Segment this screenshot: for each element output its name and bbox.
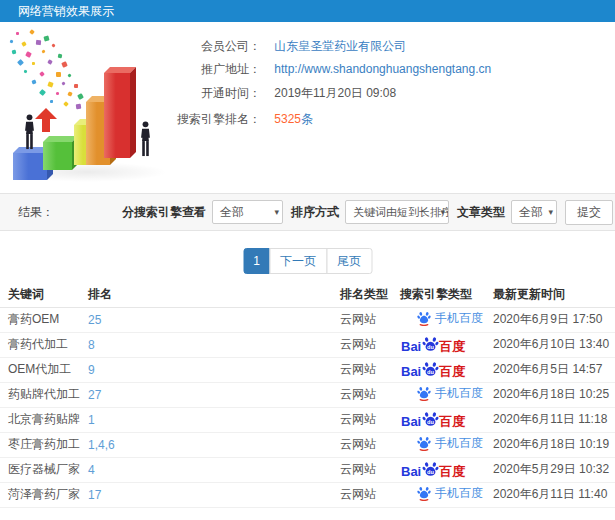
- 3d-bar: [43, 142, 72, 170]
- titlebar: 网络营销效果展示: [0, 0, 615, 22]
- engine-select[interactable]: 全部 ▾: [212, 200, 283, 224]
- rank-type-cell: 云网站: [332, 357, 392, 382]
- confetti-dot: [61, 81, 65, 85]
- caret-down-icon: ▾: [274, 201, 279, 223]
- mobile-baidu-icon: [417, 385, 431, 401]
- arrow-head: [35, 108, 57, 119]
- baidu-logo-cn: 百度: [439, 464, 465, 479]
- updated-cell: 2020年6月10日 13:40: [485, 332, 615, 357]
- engine-cell: Bai du 百度: [392, 407, 485, 432]
- baidu-logo-bai: Bai: [401, 464, 421, 479]
- baidu-logo-bai: Bai: [401, 339, 421, 354]
- submit-button[interactable]: 提交: [565, 200, 613, 225]
- baidu-paw-icon: du: [422, 335, 439, 354]
- baidu-engine-logo[interactable]: Bai du 百度: [401, 460, 465, 479]
- engine-label: 手机百度: [435, 310, 483, 327]
- rank-cell: 9: [80, 357, 332, 382]
- promo-url-link[interactable]: http://www.shandonghuangshengtang.cn: [274, 62, 491, 76]
- confetti-dot: [24, 70, 28, 74]
- mobile-baidu-engine[interactable]: 手机百度: [417, 435, 483, 452]
- next-page-button[interactable]: 下一页: [269, 248, 327, 274]
- arrow-stem: [42, 119, 50, 132]
- confetti-dot: [43, 35, 49, 41]
- rank-link[interactable]: 25: [88, 313, 101, 327]
- rank-cell: 27: [80, 382, 332, 407]
- member-company-row: 会员公司： 山东皇圣堂药业有限公司: [175, 36, 406, 56]
- confetti-dot: [39, 89, 46, 96]
- keyword-cell: 医疗器械厂家: [0, 457, 80, 482]
- col-header-rank-type: 排名类型: [332, 283, 392, 307]
- pagination: 1 下一页 尾页: [243, 248, 372, 274]
- confetti-dot: [76, 104, 82, 110]
- updated-cell: 2020年6月18日 10:25: [485, 382, 615, 407]
- businessman-figure-left: [22, 109, 37, 155]
- keyword-cell: 膏药代加工: [0, 332, 80, 357]
- confetti-dot: [61, 61, 68, 68]
- baidu-engine-logo[interactable]: Bai du 百度: [401, 335, 465, 354]
- confetti-dot: [29, 29, 35, 35]
- confetti-dot: [67, 91, 72, 96]
- mobile-baidu-engine[interactable]: 手机百度: [417, 385, 483, 402]
- rank-link[interactable]: 27: [88, 388, 101, 402]
- member-company-label: 会员公司：: [175, 36, 261, 56]
- article-type-select-value: 全部: [519, 205, 543, 219]
- article-type-select[interactable]: 全部 ▾: [511, 200, 557, 224]
- updated-cell: 2020年6月5日 14:57: [485, 357, 615, 382]
- bar-chart-illustration: [4, 30, 184, 185]
- keyword-cell: 膏药OEM: [0, 307, 80, 332]
- confetti-dot: [47, 81, 53, 87]
- rank-cell: 4: [80, 457, 332, 482]
- engine-label: 手机百度: [435, 435, 483, 452]
- mobile-baidu-engine[interactable]: 手机百度: [417, 485, 483, 502]
- growth-arrow-icon: [35, 108, 57, 132]
- ranking-count-suffix[interactable]: 条: [301, 112, 313, 126]
- updated-cell: 2020年6月11日 11:40: [485, 482, 615, 507]
- member-company-link[interactable]: 山东皇圣堂药业有限公司: [274, 39, 406, 53]
- confetti-dot: [25, 51, 32, 58]
- rank-link[interactable]: 1,4,6: [88, 438, 115, 452]
- rank-link[interactable]: 4: [88, 463, 95, 477]
- confetti-dot: [16, 32, 19, 35]
- rank-link[interactable]: 8: [88, 338, 95, 352]
- rank-type-cell: 云网站: [332, 332, 392, 357]
- engine-cell: 手机百度: [392, 482, 485, 507]
- filter-bar: 结果： 分搜索引擎查看 全部 ▾ 排序方式 关键词由短到长排序 ▾ 文章类型 全…: [0, 193, 615, 231]
- mobile-baidu-icon: [417, 485, 431, 501]
- open-time-label: 开通时间：: [175, 83, 261, 103]
- confetti-dot: [21, 41, 27, 47]
- table-row: 医疗器械厂家 4 云网站 Bai du 百度 2020年5月29日 10:32: [0, 457, 615, 482]
- ranking-count-value: 5325: [274, 112, 301, 126]
- baidu-logo-cn: 百度: [439, 414, 465, 429]
- confetti-dot: [41, 49, 45, 53]
- app-window: 网络营销效果展示: [0, 0, 615, 520]
- mobile-baidu-icon: [417, 310, 431, 326]
- rank-type-cell: 云网站: [332, 432, 392, 457]
- businessman-figure-right: [138, 115, 153, 163]
- confetti-dot: [50, 100, 53, 103]
- result-label: 结果：: [18, 204, 54, 221]
- confetti-dot: [12, 50, 17, 55]
- rank-link[interactable]: 1: [88, 413, 95, 427]
- keyword-cell: 药贴牌代加工: [0, 382, 80, 407]
- confetti-dot: [58, 54, 63, 59]
- mobile-baidu-engine[interactable]: 手机百度: [417, 310, 483, 327]
- confetti-dot: [77, 93, 84, 100]
- sort-select[interactable]: 关键词由短到长排序 ▾: [345, 200, 449, 224]
- confetti-dot: [32, 62, 35, 65]
- rank-link[interactable]: 9: [88, 363, 95, 377]
- last-page-button[interactable]: 尾页: [326, 248, 372, 274]
- rank-type-cell: 云网站: [332, 307, 392, 332]
- engine-select-value: 全部: [220, 205, 244, 219]
- 3d-bar: [13, 153, 47, 180]
- rank-link[interactable]: 17: [88, 488, 101, 502]
- rankings-table: 关键词 排名 排名类型 搜索引擎类型 最新更新时间 膏药OEM 25 云网站 手…: [0, 283, 615, 508]
- mobile-baidu-icon: [417, 435, 431, 451]
- table-header-row: 关键词 排名 排名类型 搜索引擎类型 最新更新时间: [0, 283, 615, 307]
- baidu-engine-logo[interactable]: Bai du 百度: [401, 410, 465, 429]
- keyword-cell: OEM代加工: [0, 357, 80, 382]
- engine-filter-label: 分搜索引擎查看: [122, 204, 206, 221]
- svg-text:du: du: [427, 369, 434, 375]
- rank-type-cell: 云网站: [332, 482, 392, 507]
- page-button-current[interactable]: 1: [243, 248, 270, 274]
- baidu-engine-logo[interactable]: Bai du 百度: [401, 360, 465, 379]
